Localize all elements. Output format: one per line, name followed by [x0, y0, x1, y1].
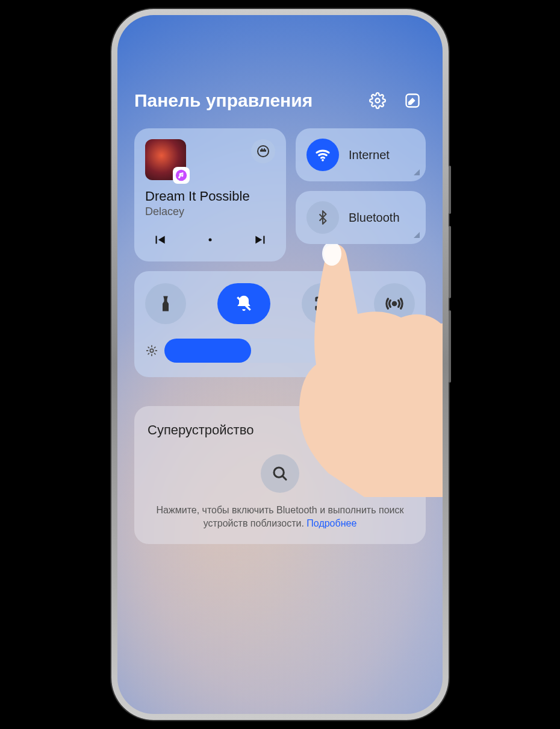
super-device-title: Суперустройство — [148, 422, 391, 438]
search-devices-button[interactable] — [261, 454, 299, 493]
screenshot-icon — [313, 295, 331, 313]
side-button — [449, 226, 451, 298]
flashlight-toggle[interactable] — [145, 283, 186, 324]
brightness-low-icon — [145, 344, 158, 357]
brightness-fill — [164, 339, 251, 363]
learn-more-link[interactable]: Подробнее — [306, 518, 356, 528]
svg-point-4 — [209, 239, 212, 242]
play-button[interactable] — [199, 229, 221, 251]
internet-toggle[interactable]: Internet — [296, 128, 426, 181]
screenshot-toggle[interactable] — [302, 283, 343, 324]
side-button — [449, 166, 451, 214]
hint-text: Нажмите, чтобы включить Bluetooth и выпо… — [157, 505, 404, 528]
panel-title: Панель управления — [134, 90, 356, 111]
brightness-slider-row — [145, 339, 415, 363]
song-title: Dream It Possible — [145, 189, 275, 204]
brightness-slider[interactable] — [164, 339, 393, 363]
svg-point-5 — [322, 159, 324, 161]
audio-output-button[interactable] — [251, 139, 275, 163]
search-icon — [271, 465, 289, 483]
music-note-icon — [175, 169, 187, 181]
settings-button[interactable] — [364, 87, 391, 114]
svg-point-8 — [150, 349, 154, 352]
music-app-badge — [173, 167, 190, 184]
phone-frame: Панель управления — [111, 9, 449, 720]
play-icon — [207, 237, 213, 243]
nearby-toggle[interactable] — [374, 283, 415, 324]
bluetooth-label: Bluetooth — [349, 211, 415, 225]
wifi-icon — [306, 139, 339, 171]
mute-bell-icon — [234, 294, 254, 313]
internet-label: Internet — [349, 148, 415, 162]
svg-point-9 — [405, 348, 410, 354]
edit-button[interactable] — [399, 87, 426, 114]
svg-point-7 — [393, 302, 396, 305]
flashlight-icon — [157, 295, 175, 313]
expand-indicator-icon — [414, 169, 420, 175]
previous-track-button[interactable] — [149, 229, 170, 251]
next-track-button[interactable] — [250, 229, 272, 251]
song-artist: Delacey — [145, 205, 275, 218]
screen: Панель управления — [117, 15, 443, 714]
expand-indicator-icon — [414, 232, 420, 238]
mute-toggle[interactable] — [217, 283, 270, 324]
brightness-high-icon — [399, 343, 415, 358]
broadcast-icon — [385, 294, 404, 313]
svg-point-0 — [376, 99, 380, 103]
bluetooth-toggle[interactable]: Bluetooth — [296, 191, 426, 244]
quick-settings-panel — [134, 271, 426, 377]
skip-previous-icon — [152, 232, 167, 248]
album-art — [145, 139, 186, 180]
music-card[interactable]: Dream It Possible Delacey — [134, 128, 286, 261]
panel-header: Панель управления — [134, 87, 426, 114]
super-device-hint: Нажмите, чтобы включить Bluetooth и выпо… — [148, 504, 412, 531]
gear-icon — [369, 92, 386, 109]
skip-next-icon — [253, 232, 269, 248]
close-icon — [394, 423, 409, 437]
close-button[interactable] — [391, 419, 412, 441]
side-button — [449, 310, 451, 383]
bluetooth-icon — [306, 201, 339, 234]
cast-audio-icon — [256, 144, 270, 158]
super-device-card: Суперустройство Нажмите, чтобы включить … — [134, 406, 426, 544]
edit-icon — [404, 92, 421, 109]
